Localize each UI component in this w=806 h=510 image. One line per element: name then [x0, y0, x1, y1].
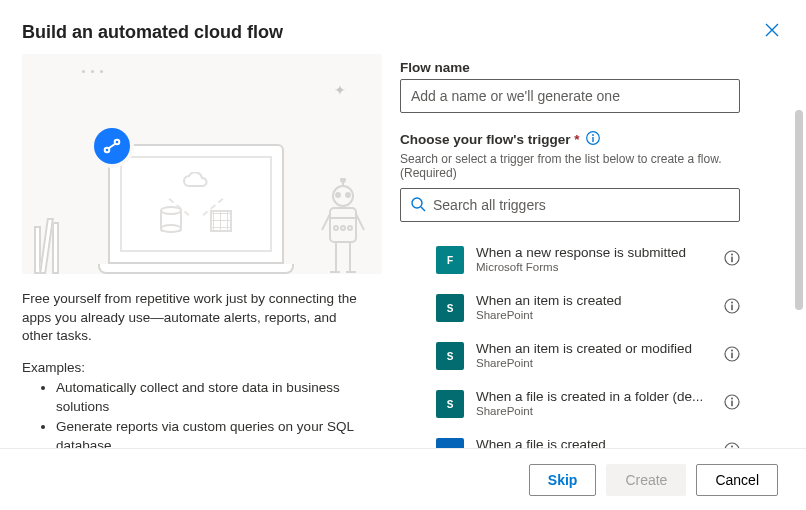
- svg-point-3: [336, 193, 340, 197]
- svg-rect-25: [731, 257, 733, 263]
- svg-point-24: [731, 254, 733, 256]
- cancel-button[interactable]: Cancel: [696, 464, 778, 496]
- trigger-name: When an item is created or modified: [476, 341, 716, 357]
- service-icon: S: [436, 342, 464, 370]
- trigger-name: When an item is created: [476, 293, 716, 309]
- flow-badge-icon: [94, 128, 130, 164]
- info-icon[interactable]: [724, 346, 740, 366]
- service-icon: S: [436, 390, 464, 418]
- service-icon: F: [436, 246, 464, 274]
- svg-rect-28: [731, 305, 733, 311]
- flow-name-input[interactable]: [400, 79, 740, 113]
- svg-point-7: [334, 226, 338, 230]
- close-button[interactable]: [760, 18, 784, 46]
- trigger-name: When a file is created: [476, 437, 716, 448]
- scrollbar[interactable]: [795, 110, 803, 310]
- trigger-item[interactable]: SWhen an item is createdSharePoint: [400, 284, 740, 332]
- trigger-label: Choose your flow's trigger *: [400, 131, 778, 148]
- svg-point-9: [348, 226, 352, 230]
- skip-button[interactable]: Skip: [529, 464, 597, 496]
- examples-heading: Examples:: [22, 360, 368, 375]
- trigger-sublabel: Search or select a trigger from the list…: [400, 152, 778, 180]
- svg-point-33: [731, 398, 733, 400]
- flow-name-label: Flow name: [400, 60, 778, 75]
- trigger-service: SharePoint: [476, 357, 716, 371]
- svg-point-30: [731, 350, 733, 352]
- example-item: Generate reports via custom queries on y…: [56, 418, 368, 448]
- trigger-service: SharePoint: [476, 405, 716, 419]
- info-icon[interactable]: [586, 131, 600, 148]
- service-icon: ☁: [436, 438, 464, 448]
- svg-rect-20: [592, 137, 593, 142]
- trigger-item[interactable]: SWhen a file is created in a folder (de.…: [400, 380, 740, 428]
- description-text: Free yourself from repetitive work just …: [22, 290, 368, 346]
- illustration: ✦: [22, 54, 382, 274]
- trigger-service: Microsoft Forms: [476, 261, 716, 275]
- svg-point-36: [731, 446, 733, 448]
- info-icon[interactable]: [724, 298, 740, 318]
- info-icon[interactable]: [724, 442, 740, 448]
- close-icon: [764, 22, 780, 38]
- info-icon[interactable]: [724, 250, 740, 270]
- svg-point-21: [412, 198, 422, 208]
- svg-line-22: [421, 207, 425, 211]
- search-icon: [410, 196, 426, 216]
- trigger-service: SharePoint: [476, 309, 716, 323]
- info-icon[interactable]: [724, 394, 740, 414]
- svg-point-19: [592, 134, 594, 136]
- svg-point-4: [346, 193, 350, 197]
- trigger-name: When a new response is submitted: [476, 245, 716, 261]
- svg-rect-31: [731, 353, 733, 359]
- svg-point-27: [731, 302, 733, 304]
- svg-point-2: [341, 178, 345, 182]
- svg-line-10: [322, 214, 330, 230]
- svg-point-8: [341, 226, 345, 230]
- trigger-item[interactable]: FWhen a new response is submittedMicroso…: [400, 236, 740, 284]
- dialog-title: Build an automated cloud flow: [22, 22, 760, 43]
- svg-line-11: [356, 214, 364, 230]
- create-button[interactable]: Create: [606, 464, 686, 496]
- trigger-item[interactable]: ☁When a file is createdOneDrive for Busi…: [400, 428, 740, 448]
- trigger-search-input[interactable]: [400, 188, 740, 222]
- example-item: Automatically collect and store data in …: [56, 379, 368, 416]
- svg-rect-34: [731, 401, 733, 407]
- service-icon: S: [436, 294, 464, 322]
- trigger-name: When a file is created in a folder (de..…: [476, 389, 716, 405]
- trigger-item[interactable]: SWhen an item is created or modifiedShar…: [400, 332, 740, 380]
